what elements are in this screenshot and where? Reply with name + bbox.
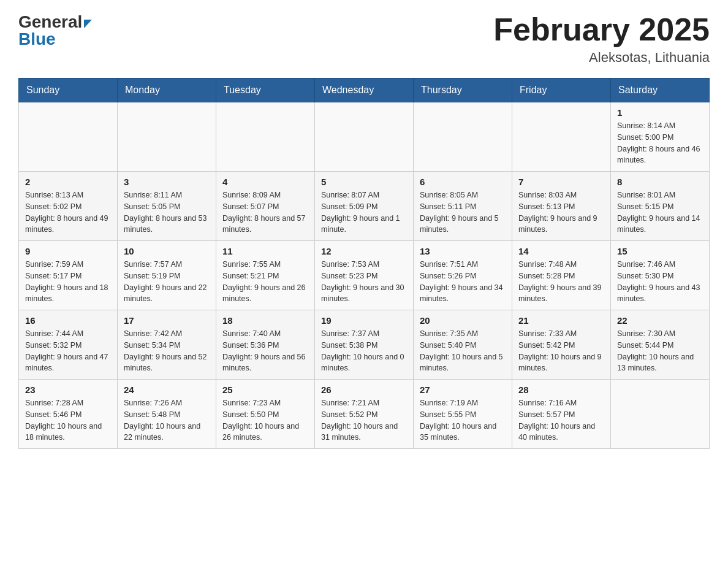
day-info-line: Sunrise: 7:46 AM [617,260,675,269]
day-info: Sunrise: 7:46 AMSunset: 5:30 PMDaylight:… [617,259,703,305]
day-info: Sunrise: 7:59 AMSunset: 5:17 PMDaylight:… [25,259,111,305]
day-info-line: Sunset: 5:23 PM [321,272,377,280]
calendar-day-cell: 24Sunrise: 7:26 AMSunset: 5:48 PMDayligh… [118,380,216,449]
day-info-line: Daylight: 9 hours and 18 minutes. [25,283,108,304]
day-info: Sunrise: 7:30 AMSunset: 5:44 PMDaylight:… [617,328,703,374]
day-number: 20 [420,315,506,326]
day-info-line: Sunrise: 7:40 AM [222,329,281,338]
day-info-line: Sunset: 5:32 PM [25,341,82,350]
calendar-day-cell: 27Sunrise: 7:19 AMSunset: 5:55 PMDayligh… [414,380,512,449]
day-of-week-header: Thursday [414,79,512,102]
day-info-line: Sunrise: 7:16 AM [518,399,577,407]
day-info-line: Sunset: 5:46 PM [25,410,82,419]
day-info-line: Sunset: 5:44 PM [617,341,673,350]
day-info-line: Daylight: 8 hours and 49 minutes. [25,214,108,234]
day-of-week-header: Tuesday [216,79,315,102]
calendar-day-cell: 6Sunrise: 8:05 AMSunset: 5:11 PMDaylight… [414,172,512,241]
day-info-line: Sunrise: 8:13 AM [25,191,83,199]
day-info-line: Sunrise: 8:03 AM [518,191,577,199]
day-info: Sunrise: 7:28 AMSunset: 5:46 PMDaylight:… [25,397,111,443]
day-info-line: Daylight: 9 hours and 34 minutes. [420,283,503,304]
day-info: Sunrise: 7:57 AMSunset: 5:19 PMDaylight:… [124,259,210,305]
day-info: Sunrise: 8:07 AMSunset: 5:09 PMDaylight:… [321,190,407,236]
day-info-line: Sunrise: 7:37 AM [321,329,379,338]
calendar-day-cell: 14Sunrise: 7:48 AMSunset: 5:28 PMDayligh… [512,241,611,310]
day-info-line: Sunset: 5:34 PM [124,341,180,350]
day-info: Sunrise: 7:40 AMSunset: 5:36 PMDaylight:… [222,328,308,374]
day-number: 21 [518,315,604,326]
day-info: Sunrise: 7:48 AMSunset: 5:28 PMDaylight:… [518,259,604,305]
day-info-line: Sunset: 5:09 PM [321,202,377,211]
day-info-line: Sunrise: 7:33 AM [518,329,577,338]
day-info-line: Sunset: 5:52 PM [321,410,377,419]
day-info-line: Sunset: 5:42 PM [518,341,575,350]
day-info-line: Daylight: 8 hours and 46 minutes. [617,145,700,165]
calendar-day-cell: 26Sunrise: 7:21 AMSunset: 5:52 PMDayligh… [315,380,414,449]
calendar-day-cell: 9Sunrise: 7:59 AMSunset: 5:17 PMDaylight… [19,241,118,310]
day-number: 6 [420,177,506,187]
day-number: 10 [124,246,210,256]
day-info-line: Daylight: 9 hours and 47 minutes. [25,353,108,373]
logo-triangle-icon [84,20,92,28]
calendar-day-cell: 18Sunrise: 7:40 AMSunset: 5:36 PMDayligh… [216,310,315,380]
day-number: 18 [222,315,308,326]
calendar-day-cell: 3Sunrise: 8:11 AMSunset: 5:05 PMDaylight… [118,172,216,241]
day-number: 17 [124,315,210,326]
day-info: Sunrise: 7:16 AMSunset: 5:57 PMDaylight:… [518,397,604,443]
day-info: Sunrise: 7:51 AMSunset: 5:26 PMDaylight:… [420,259,506,305]
day-info-line: Sunset: 5:50 PM [222,410,279,419]
day-info-line: Sunset: 5:36 PM [222,341,279,350]
day-info-line: Daylight: 9 hours and 30 minutes. [321,283,404,304]
day-info: Sunrise: 7:35 AMSunset: 5:40 PMDaylight:… [420,328,506,374]
day-info-line: Sunset: 5:26 PM [420,272,476,280]
day-info-line: Sunrise: 7:35 AM [420,329,478,338]
day-info-line: Sunset: 5:17 PM [25,272,82,280]
day-info: Sunrise: 7:33 AMSunset: 5:42 PMDaylight:… [518,328,604,374]
calendar-day-cell: 2Sunrise: 8:13 AMSunset: 5:02 PMDaylight… [19,172,118,241]
calendar-day-cell [414,102,512,172]
day-info-line: Sunrise: 7:42 AM [124,329,182,338]
day-info-line: Sunset: 5:57 PM [518,410,575,419]
day-info: Sunrise: 7:19 AMSunset: 5:55 PMDaylight:… [420,397,506,443]
day-info-line: Daylight: 8 hours and 57 minutes. [222,214,306,234]
calendar-day-cell: 15Sunrise: 7:46 AMSunset: 5:30 PMDayligh… [611,241,710,310]
day-info: Sunrise: 7:55 AMSunset: 5:21 PMDaylight:… [222,259,308,305]
day-info: Sunrise: 7:53 AMSunset: 5:23 PMDaylight:… [321,259,407,305]
day-number: 4 [222,177,308,187]
day-info: Sunrise: 7:21 AMSunset: 5:52 PMDaylight:… [321,397,407,443]
day-info-line: Daylight: 9 hours and 14 minutes. [617,214,700,234]
day-info-line: Sunrise: 8:05 AM [420,191,478,199]
day-of-week-header: Sunday [19,79,118,102]
day-info-line: Daylight: 10 hours and 40 minutes. [518,422,595,442]
day-info-line: Sunrise: 7:28 AM [25,399,83,407]
day-of-week-header: Saturday [611,79,710,102]
calendar-week-row: 9Sunrise: 7:59 AMSunset: 5:17 PMDaylight… [19,241,710,310]
day-info-line: Sunrise: 7:26 AM [124,399,182,407]
day-info: Sunrise: 8:09 AMSunset: 5:07 PMDaylight:… [222,190,308,236]
day-info-line: Daylight: 10 hours and 13 minutes. [617,353,694,373]
location-subtitle: Aleksotas, Lithuania [493,50,710,66]
day-info-line: Sunrise: 7:53 AM [321,260,379,269]
day-info-line: Sunrise: 8:14 AM [617,121,675,130]
calendar-day-cell [315,102,414,172]
day-info-line: Sunset: 5:00 PM [617,133,673,142]
day-info-line: Sunset: 5:13 PM [518,202,575,211]
day-info-line: Sunset: 5:30 PM [617,272,673,280]
day-info-line: Daylight: 9 hours and 5 minutes. [420,214,499,234]
calendar-day-cell: 5Sunrise: 8:07 AMSunset: 5:09 PMDaylight… [315,172,414,241]
day-info-line: Sunrise: 7:59 AM [25,260,83,269]
calendar-day-cell: 28Sunrise: 7:16 AMSunset: 5:57 PMDayligh… [512,380,611,449]
day-number: 28 [518,385,604,395]
day-info-line: Sunset: 5:38 PM [321,341,377,350]
day-info-line: Sunset: 5:55 PM [420,410,476,419]
day-number: 25 [222,385,308,395]
calendar-day-cell [512,102,611,172]
day-info-line: Sunrise: 7:51 AM [420,260,478,269]
day-info: Sunrise: 8:05 AMSunset: 5:11 PMDaylight:… [420,190,506,236]
day-info-line: Sunrise: 8:11 AM [124,191,182,199]
calendar-day-cell: 21Sunrise: 7:33 AMSunset: 5:42 PMDayligh… [512,310,611,380]
calendar-day-cell: 7Sunrise: 8:03 AMSunset: 5:13 PMDaylight… [512,172,611,241]
day-number: 19 [321,315,407,326]
calendar-week-row: 16Sunrise: 7:44 AMSunset: 5:32 PMDayligh… [19,310,710,380]
calendar-table: SundayMondayTuesdayWednesdayThursdayFrid… [18,78,710,449]
